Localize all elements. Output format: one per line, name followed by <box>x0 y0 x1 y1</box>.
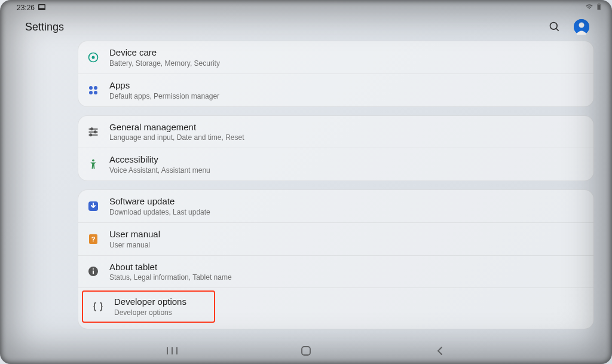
row-sub: Developer options <box>114 308 186 317</box>
row-title: About tablet <box>109 262 232 273</box>
settings-group: General management Language and input, D… <box>78 115 594 182</box>
svg-point-18 <box>94 131 96 133</box>
highlight-developer-options: Developer options Developer options <box>82 290 215 323</box>
settings-group: Device care Battery, Storage, Memory, Se… <box>78 41 594 107</box>
page-title: Settings <box>25 21 64 33</box>
status-time: 23:26 <box>17 4 35 12</box>
svg-point-16 <box>91 129 93 130</box>
search-button[interactable] <box>549 21 561 33</box>
row-user-manual[interactable]: ? User manual User manual <box>78 222 593 255</box>
status-bar: 23:26 <box>0 0 612 13</box>
svg-text:?: ? <box>91 235 96 243</box>
row-sub: Default apps, Permission manager <box>109 92 219 100</box>
row-apps[interactable]: Apps Default apps, Permission manager <box>78 74 593 106</box>
svg-rect-1 <box>39 5 45 8</box>
row-accessibility[interactable]: Accessibility Voice Assistant, Assistant… <box>78 148 593 181</box>
svg-point-21 <box>92 160 94 162</box>
row-title: Accessibility <box>109 154 210 166</box>
sliders-icon <box>87 125 100 138</box>
row-sub: Language and input, Date and time, Reset <box>109 133 244 142</box>
navigation-bar <box>0 341 612 360</box>
svg-point-10 <box>92 56 95 59</box>
row-sub: Voice Assistant, Assistant menu <box>109 166 210 175</box>
svg-line-6 <box>556 29 559 31</box>
row-software-update[interactable]: Software update Download updates, Last u… <box>78 190 593 222</box>
device-care-icon <box>87 51 100 64</box>
row-general-management[interactable]: General management Language and input, D… <box>78 116 593 148</box>
battery-icon <box>597 4 601 12</box>
svg-rect-27 <box>93 271 94 274</box>
settings-group: Software update Download updates, Last u… <box>78 189 594 329</box>
row-developer-options[interactable]: Developer options Developer options <box>83 292 196 322</box>
row-title: General management <box>109 122 244 133</box>
svg-point-5 <box>550 23 558 30</box>
svg-rect-26 <box>93 268 94 270</box>
accessibility-icon <box>87 158 100 171</box>
row-sub: Status, Legal information, Tablet name <box>109 273 232 282</box>
row-device-care[interactable]: Device care Battery, Storage, Memory, Se… <box>78 41 593 74</box>
info-icon <box>87 265 100 278</box>
row-sub: User manual <box>109 241 160 249</box>
svg-point-13 <box>89 91 93 94</box>
svg-point-11 <box>89 86 93 90</box>
svg-point-14 <box>94 91 97 94</box>
nav-back-button[interactable] <box>433 344 447 358</box>
row-sub: Battery, Storage, Memory, Security <box>109 59 220 68</box>
notification-icon <box>38 4 45 12</box>
braces-icon <box>91 300 105 313</box>
row-title: Developer options <box>114 296 186 308</box>
svg-point-12 <box>94 86 97 90</box>
settings-list: Device care Battery, Storage, Memory, Se… <box>0 41 612 329</box>
update-icon <box>87 200 100 213</box>
row-title: Software update <box>109 196 210 207</box>
svg-rect-31 <box>302 347 310 355</box>
manual-icon: ? <box>87 233 100 246</box>
svg-point-8 <box>579 23 585 28</box>
wifi-icon <box>585 4 593 12</box>
profile-button[interactable] <box>574 19 589 35</box>
svg-rect-4 <box>598 5 601 10</box>
header: Settings <box>0 13 612 41</box>
svg-point-20 <box>90 134 91 136</box>
row-title: Device care <box>109 47 220 59</box>
nav-home-button[interactable] <box>299 344 313 358</box>
nav-recents-button[interactable] <box>165 344 179 358</box>
row-title: User manual <box>109 229 160 240</box>
row-sub: Download updates, Last update <box>109 208 210 216</box>
apps-icon <box>87 84 100 97</box>
row-about-tablet[interactable]: About tablet Status, Legal information, … <box>78 255 593 288</box>
row-title: Apps <box>109 80 219 91</box>
